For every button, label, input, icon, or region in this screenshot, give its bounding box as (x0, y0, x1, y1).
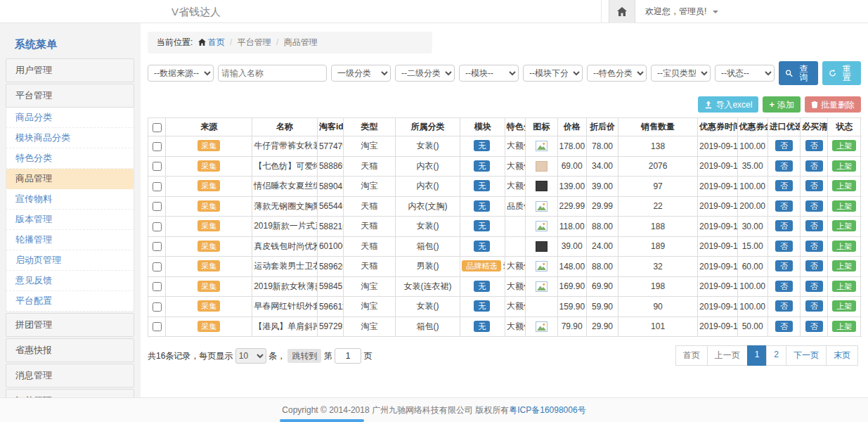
search-button[interactable]: 查询 (779, 61, 818, 85)
home-button[interactable] (609, 0, 635, 23)
import-excel-button[interactable]: 导入excel (698, 96, 758, 113)
taoke-id: 588216228899 (317, 217, 343, 237)
sidebar-item[interactable]: 宣传物料 (6, 189, 134, 210)
must-buy-toggle[interactable]: 否 (805, 241, 823, 252)
page-button[interactable]: 末页 (826, 345, 858, 366)
import-choice-toggle[interactable]: 否 (775, 140, 793, 151)
add-button[interactable]: + 添加 (763, 96, 801, 113)
filter-select[interactable]: 一级分类 (331, 65, 391, 82)
horizontal-scrollbar-thumb[interactable] (280, 419, 364, 422)
filter-select[interactable]: --模块-- (459, 65, 519, 82)
must-buy-toggle[interactable]: 否 (805, 140, 823, 151)
status-badge[interactable]: 上架 (832, 180, 856, 191)
status-badge[interactable]: 上架 (832, 220, 856, 231)
table-row: 采集 【七色纺】可爱纯棉家... 588869917501 天猫 内衣() 无 … (148, 156, 861, 177)
filter-select[interactable]: --特色分类-- (587, 65, 647, 82)
sidebar-item[interactable]: 消息管理 (6, 364, 134, 388)
page-button[interactable]: 上一页 (707, 345, 748, 366)
discount-price: 29.90 (586, 316, 618, 337)
sidebar-item[interactable]: 订单管理 (6, 389, 134, 397)
status-badge[interactable]: 上架 (832, 140, 856, 151)
product-type: 天猫 (344, 257, 396, 277)
import-choice-toggle[interactable]: 否 (775, 281, 793, 292)
status-badge[interactable]: 上架 (832, 281, 856, 292)
filter-select[interactable]: --二级分类-- (395, 65, 455, 82)
product-image-icon (536, 181, 548, 191)
sidebar-item[interactable]: 轮播管理 (6, 230, 134, 250)
coupon-amount: 200.00 (737, 196, 767, 217)
reset-button[interactable]: 重置 (822, 61, 862, 85)
price: 39.00 (557, 236, 586, 257)
jump-page-input[interactable] (335, 348, 361, 364)
icp-link[interactable]: 粤ICP备16098006号 (509, 405, 585, 415)
data-source-select[interactable]: --数据来源-- (148, 65, 214, 82)
import-choice-toggle[interactable]: 否 (775, 180, 793, 191)
sidebar-item[interactable]: 省惠快报 (6, 338, 134, 362)
row-checkbox[interactable] (153, 202, 162, 211)
sidebar-item[interactable]: 模块商品分类 (6, 128, 134, 148)
per-page-select[interactable]: 10 (235, 348, 266, 364)
status-badge[interactable]: 上架 (832, 160, 856, 172)
must-buy-toggle[interactable]: 否 (805, 220, 823, 231)
filter-select[interactable]: --状态-- (715, 65, 775, 82)
sidebar-item[interactable]: 版本管理 (6, 210, 134, 230)
filter-select[interactable]: --宝贝类型-- (651, 65, 711, 82)
module-cell: 无 (460, 196, 505, 217)
filter-select[interactable]: --模块下分类-- (523, 65, 583, 82)
must-buy-toggle[interactable]: 否 (805, 321, 823, 332)
sidebar: 系统菜单 用户管理 平台管理 商品分类 模块商品分类 特色分类 商品管理 (6, 32, 134, 397)
import-choice-toggle[interactable]: 否 (775, 160, 793, 172)
import-choice-toggle[interactable]: 否 (775, 241, 793, 252)
must-buy-toggle[interactable]: 否 (805, 260, 823, 271)
import-choice-toggle[interactable]: 否 (775, 300, 793, 312)
name-search-input[interactable] (218, 65, 327, 82)
taoke-id: 577479560965 (317, 136, 343, 157)
breadcrumb-home-link[interactable]: 首页 (208, 37, 225, 47)
import-choice-toggle[interactable]: 否 (775, 321, 793, 332)
row-checkbox[interactable] (153, 282, 162, 291)
must-buy-toggle[interactable]: 否 (805, 281, 823, 292)
status-badge[interactable]: 上架 (832, 200, 856, 212)
jump-button[interactable]: 跳转到 (287, 349, 321, 363)
must-buy-toggle[interactable]: 否 (805, 160, 823, 172)
status-badge[interactable]: 上架 (832, 321, 856, 332)
sales-count: 97 (618, 177, 698, 197)
sidebar-item[interactable]: 平台配置 (6, 291, 134, 312)
sidebar-item[interactable]: 商品分类 (6, 108, 134, 128)
sidebar-item[interactable]: 意见反馈 (6, 271, 134, 291)
module-badge: 无 (474, 140, 490, 151)
import-choice-toggle[interactable]: 否 (775, 220, 793, 231)
sidebar-item[interactable]: 启动页管理 (6, 250, 134, 271)
page-button[interactable]: 1 (747, 345, 767, 366)
row-checkbox[interactable] (153, 242, 162, 251)
row-checkbox[interactable] (153, 142, 162, 151)
page-button[interactable]: 下一页 (786, 345, 827, 366)
sidebar-item[interactable]: 拼团管理 (6, 313, 134, 337)
sidebar-item[interactable]: 特色分类 (6, 148, 134, 169)
top-header: V省钱达人 欢迎您，管理员! (0, 0, 868, 23)
sidebar-item[interactable]: 平台管理 (6, 84, 134, 108)
sidebar-item-label: 用户管理 (15, 65, 52, 75)
sidebar-item[interactable]: 商品管理 (6, 169, 134, 189)
status-badge[interactable]: 上架 (832, 260, 856, 271)
must-buy-toggle[interactable]: 否 (805, 180, 823, 191)
page-button[interactable]: 2 (766, 345, 786, 366)
row-checkbox[interactable] (153, 182, 162, 191)
must-buy-toggle[interactable]: 否 (805, 200, 823, 212)
row-checkbox[interactable] (153, 262, 162, 271)
row-checkbox[interactable] (153, 162, 162, 171)
import-choice-toggle[interactable]: 否 (775, 260, 793, 271)
row-checkbox[interactable] (153, 322, 162, 331)
select-all-checkbox[interactable] (153, 123, 162, 132)
batch-delete-button[interactable]: 批量删除 (805, 96, 861, 113)
status-badge[interactable]: 上架 (832, 300, 856, 312)
must-buy-toggle[interactable]: 否 (805, 300, 823, 312)
import-choice-toggle[interactable]: 否 (775, 200, 793, 212)
coupon-time: 2019-09-13—2019-09-20 (698, 236, 737, 257)
sidebar-item[interactable]: 用户管理 (6, 58, 134, 82)
status-badge[interactable]: 上架 (832, 241, 856, 252)
row-checkbox[interactable] (153, 302, 162, 312)
user-menu[interactable]: 欢迎您，管理员! (645, 0, 718, 23)
page-button[interactable]: 首页 (675, 345, 708, 366)
row-checkbox[interactable] (153, 222, 162, 231)
